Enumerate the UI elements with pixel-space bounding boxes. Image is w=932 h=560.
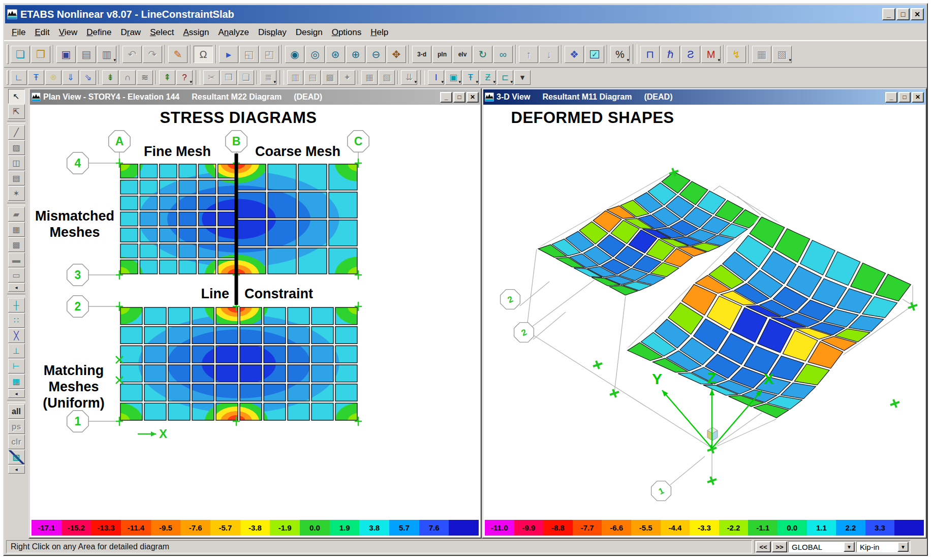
refresh-window-button[interactable]: ◱ xyxy=(239,46,259,63)
view-3d-maximize-button[interactable]: □ xyxy=(898,92,911,103)
select-pointer-button[interactable]: ↖ xyxy=(8,89,25,104)
assign-loads-button[interactable]: ⇊▾ xyxy=(401,70,417,85)
print-button[interactable]: ▤ xyxy=(77,46,96,63)
menu-select[interactable]: Select xyxy=(145,26,178,39)
save-model-button[interactable]: ▣ xyxy=(56,46,76,63)
select-previous-button[interactable]: ps xyxy=(8,419,25,434)
edit-drawing-button[interactable]: ✎ xyxy=(168,46,188,63)
menu-edit[interactable]: Edit xyxy=(30,26,54,39)
move-up-in-list-button[interactable]: ↑ xyxy=(519,46,538,63)
frame-secondary-button[interactable]: ℏ xyxy=(661,46,680,63)
menu-assign[interactable]: Assign xyxy=(178,26,213,39)
draw-rect-area-button[interactable]: ▦ xyxy=(8,222,25,237)
toolbar-options-button[interactable]: ▾ xyxy=(514,70,531,85)
next-story-button[interactable]: >> xyxy=(772,541,787,552)
plan-close-button[interactable]: ✕ xyxy=(467,92,479,103)
previous-story-button[interactable]: << xyxy=(756,541,771,552)
chevron-down-icon[interactable]: ▼ xyxy=(844,542,855,552)
plan-maximize-button[interactable]: □ xyxy=(453,92,465,103)
plan-view-canvas-area[interactable]: XFine MeshCoarse MeshMismatchedMeshesLin… xyxy=(30,105,480,537)
dropdown-arrow-icon[interactable]: ▾ xyxy=(414,80,417,84)
set-elevation-view-button[interactable]: ⇘ xyxy=(80,70,96,85)
snap-to-intersections-button[interactable]: ╳ xyxy=(8,328,25,343)
rubber-band-zoom-button[interactable]: ◉ xyxy=(285,46,304,63)
dropdown-arrow-icon[interactable]: ▾ xyxy=(113,58,116,63)
draw-node-button[interactable]: ✶ xyxy=(8,186,25,201)
deformed-shapes-diagram[interactable]: 221YZX xyxy=(483,105,925,517)
assign-tool-button[interactable]: ✦ xyxy=(339,70,355,85)
section-channel-button[interactable]: ⊏▾ xyxy=(497,70,513,85)
menu-display[interactable]: Display xyxy=(254,26,291,39)
draw-line-in-region-button[interactable]: ▨ xyxy=(8,140,25,155)
section-link-button[interactable]: Ƶ▾ xyxy=(480,70,496,85)
frame-braced-button[interactable]: Ƨ xyxy=(681,46,700,63)
cut-button[interactable]: ✂ xyxy=(203,70,220,85)
set-plan-view-button[interactable]: ⇓ xyxy=(63,70,79,85)
menu-analyze[interactable]: Analyze xyxy=(213,26,254,39)
view-plan-button[interactable]: pln xyxy=(432,46,452,63)
assign-joint-button[interactable]: ▥ xyxy=(287,70,303,85)
show-deformed-shape-button[interactable]: ∩ xyxy=(119,70,136,85)
frame-moment-button[interactable]: M▾ xyxy=(701,46,721,63)
close-button[interactable]: ✕ xyxy=(911,8,924,20)
maximize-button[interactable]: □ xyxy=(896,8,910,20)
snap-to-fine-grid-button[interactable]: ▦ xyxy=(8,374,25,389)
set-display-options-button[interactable]: ✓ xyxy=(585,46,604,63)
dropdown-arrow-icon[interactable]: ▾ xyxy=(476,80,478,84)
display-lamp-button[interactable]: ⌾ xyxy=(45,70,61,85)
run-analysis-button[interactable]: ↯ xyxy=(727,46,746,63)
dropdown-arrow-icon[interactable]: ▾ xyxy=(510,80,513,84)
menu-help[interactable]: Help xyxy=(366,26,393,39)
view-3d-titlebar[interactable]: 3-D ViewResultant M11 Diagram(DEAD) _ □ … xyxy=(483,89,925,105)
menu-view[interactable]: View xyxy=(54,26,82,39)
zoom-in-one-step-button[interactable]: ⊕ xyxy=(346,46,365,63)
refresh-view-button[interactable]: ◰ xyxy=(260,46,279,63)
show-member-forces-button[interactable]: ⇞ xyxy=(159,70,175,85)
section-area-button[interactable]: ▣▾ xyxy=(445,70,461,85)
stress-contour-region[interactable] xyxy=(96,286,382,442)
display-percent-button[interactable]: %▾ xyxy=(610,46,630,63)
new-model-button[interactable]: ❏ xyxy=(11,46,30,63)
stress-contour-region[interactable] xyxy=(96,143,382,295)
move-down-in-list-button[interactable]: ↓ xyxy=(539,46,558,63)
open-model-button[interactable]: ❐ xyxy=(31,46,50,63)
draw-braces-button[interactable]: ◫ xyxy=(8,155,25,170)
coordinate-system-select[interactable]: GLOBAL ▼ xyxy=(788,541,855,552)
zoom-out-one-step-button[interactable]: ⊖ xyxy=(366,46,386,63)
show-static-loads-button[interactable]: ⇟ xyxy=(102,70,118,85)
display-tables-button[interactable]: Ŧ xyxy=(28,70,44,85)
view-3d-close-button[interactable]: ✕ xyxy=(912,92,924,103)
restore-full-view-button[interactable]: ◎ xyxy=(305,46,325,63)
view-3d-canvas-area[interactable]: 221YZX DEFORMED SHAPES -11.0-9.9-8.8-7.7… xyxy=(483,105,925,537)
show-mode-shape-button[interactable]: ≋ xyxy=(137,70,153,85)
draw-wall-region-button[interactable]: ▭ xyxy=(8,268,25,283)
scroll-select-tools-button[interactable]: ◂ xyxy=(8,465,25,474)
dropdown-arrow-icon[interactable]: ▾ xyxy=(273,80,276,84)
shrink-objects-button[interactable]: ❖ xyxy=(565,46,584,63)
design-check-1-button[interactable]: ▦ xyxy=(752,46,771,63)
draw-line-button[interactable]: ╱ xyxy=(8,125,25,140)
menu-define[interactable]: Define xyxy=(82,26,116,39)
redo-button[interactable]: ↷ xyxy=(143,46,162,63)
menu-file[interactable]: File xyxy=(7,26,30,39)
view-3d-button[interactable]: 3-d xyxy=(412,46,431,63)
design-check-2-button[interactable]: ▧▾ xyxy=(772,46,792,63)
menu-design[interactable]: Design xyxy=(291,26,327,39)
draw-area-button[interactable]: ▰ xyxy=(8,207,25,222)
draw-wall-button[interactable]: ▬ xyxy=(8,253,25,267)
dropdown-arrow-icon[interactable]: ▾ xyxy=(493,80,495,84)
snap-to-lines-button[interactable]: ⊢ xyxy=(8,359,25,374)
replicate-button[interactable]: ≣▾ xyxy=(260,70,276,85)
lock-model-button[interactable]: Ω xyxy=(194,46,213,63)
section-frame-button[interactable]: I▾ xyxy=(428,70,444,85)
draw-area-at-click-button[interactable]: ▩ xyxy=(8,237,25,252)
assign-area-button[interactable]: ▧ xyxy=(379,70,395,85)
paste-button[interactable]: ❑ xyxy=(238,70,254,85)
toolbar-grip[interactable] xyxy=(7,70,9,85)
frame-portal-button[interactable]: ⊓ xyxy=(640,46,660,63)
main-titlebar[interactable]: ETABS Nonlinear v8.07 - LineConstraintSl… xyxy=(5,5,926,23)
plan-view-titlebar[interactable]: Plan View - STORY4 - Elevation 144Result… xyxy=(30,89,480,105)
dropdown-arrow-icon[interactable]: ▾ xyxy=(458,80,461,84)
units-select[interactable]: Kip-in ▼ xyxy=(856,541,909,552)
assign-shell-button[interactable]: ▩ xyxy=(322,70,338,85)
